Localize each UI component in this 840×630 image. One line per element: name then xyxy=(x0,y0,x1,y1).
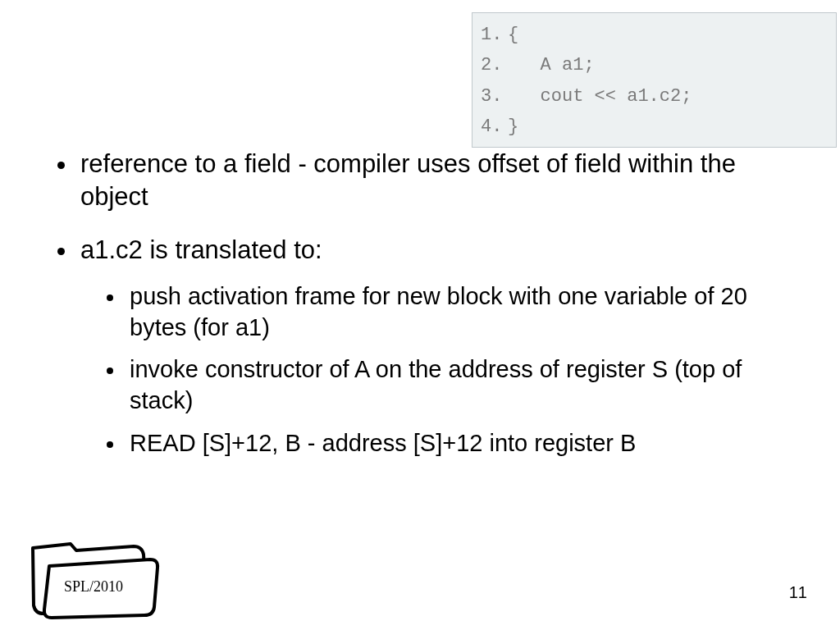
sub-bullet-item: invoke constructor of A on the address o… xyxy=(80,354,796,416)
bullet-item: reference to a field - compiler uses off… xyxy=(57,148,796,214)
line-number: 1. xyxy=(481,20,502,50)
bullet-list: reference to a field - compiler uses off… xyxy=(57,148,796,459)
bullet-text: a1.c2 is translated to: xyxy=(80,235,322,264)
line-number: 2. xyxy=(481,50,502,80)
code-line: 1.{ xyxy=(481,20,828,50)
sub-bullet-text: READ [S]+12, B - address [S]+12 into reg… xyxy=(130,430,636,456)
code-text: } xyxy=(508,116,518,137)
code-text: cout << a1.c2; xyxy=(508,86,692,107)
sub-bullet-text: invoke constructor of A on the address o… xyxy=(130,356,742,413)
slide-content: reference to a field - compiler uses off… xyxy=(57,148,796,478)
line-number: 3. xyxy=(481,81,502,112)
code-line: 4.} xyxy=(481,112,828,142)
bullet-text: reference to a field - compiler uses off… xyxy=(80,149,736,211)
footer-label: SPL/2010 xyxy=(64,578,123,596)
code-line: 2. A a1; xyxy=(481,50,828,80)
sub-bullet-list: push activation frame for new block with… xyxy=(80,281,796,459)
bullet-item: a1.c2 is translated to: push activation … xyxy=(57,234,796,459)
page-number: 11 xyxy=(789,583,807,602)
code-line: 3. cout << a1.c2; xyxy=(481,81,828,112)
sub-bullet-item: READ [S]+12, B - address [S]+12 into reg… xyxy=(80,428,796,459)
code-text: A a1; xyxy=(508,55,595,75)
code-text: { xyxy=(508,25,518,45)
sub-bullet-text: push activation frame for new block with… xyxy=(130,283,747,340)
line-number: 4. xyxy=(481,112,502,142)
sub-bullet-item: push activation frame for new block with… xyxy=(80,281,796,343)
code-snippet-box: 1.{ 2. A a1; 3. cout << a1.c2; 4.} xyxy=(472,12,837,148)
